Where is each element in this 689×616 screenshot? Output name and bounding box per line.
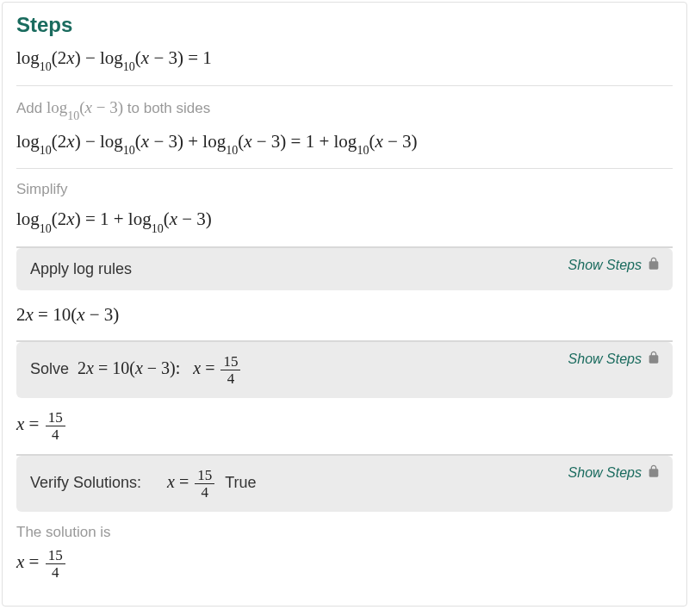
original-equation: log10(2x) − log10(x − 3) = 1 [16,46,673,73]
step2-result: log10(2x) = 1 + log10(x − 3) [16,207,673,234]
panel-title: Steps [16,13,673,37]
step3-box: Apply log rules Show Steps [16,248,673,290]
divider [16,168,673,169]
show-steps-link[interactable]: Show Steps [568,351,661,368]
steps-panel: Steps log10(2x) − log10(x − 3) = 1 Add l… [2,2,687,607]
lock-icon [647,464,661,482]
step4-label: Solve 2x = 10(x − 3): x = 154 [30,354,242,386]
step1-result: log10(2x) − log10(x − 3) + log10(x − 3) … [16,129,673,157]
divider [16,85,673,86]
step3-result: 2x = 10(x − 3) [16,302,673,327]
step5-label: Verify Solutions: x = 154 True [30,468,257,500]
step1-instruction: Add log10(x − 3) to both sides [16,98,673,121]
show-steps-link[interactable]: Show Steps [568,257,661,274]
step2-instruction: Simplify [16,181,673,198]
final-result: x = 154 [16,548,673,580]
final-label: The solution is [16,524,673,541]
step4-result: x = 154 [16,410,673,442]
show-steps-link[interactable]: Show Steps [568,464,661,482]
step3-label: Apply log rules [30,260,132,278]
step5-box: Verify Solutions: x = 154 True Show Step… [16,456,673,512]
lock-icon [647,351,661,368]
lock-icon [647,257,661,274]
step4-box: Solve 2x = 10(x − 3): x = 154 Show Steps [16,342,673,398]
